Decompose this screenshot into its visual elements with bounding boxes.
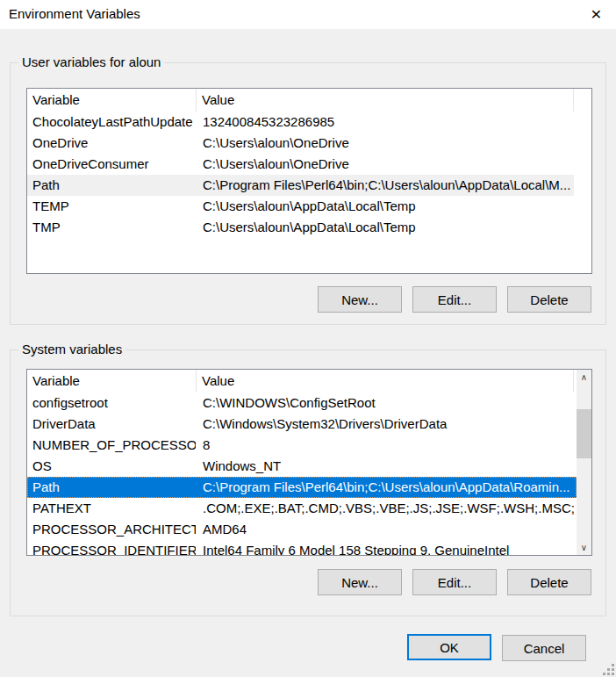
variable-cell: PROCESSOR_ARCHITECTU... [27, 519, 196, 540]
variable-cell: OneDriveConsumer [27, 154, 196, 175]
user-new-button[interactable]: New... [318, 286, 402, 313]
table-row[interactable]: PROCESSOR_IDENTIFIER Intel64 Family 6 Mo… [27, 540, 574, 555]
variable-cell: ChocolateyLastPathUpdate [27, 112, 196, 133]
resize-grip[interactable] [603, 664, 614, 675]
value-cell: C:\Users\aloun\AppData\Local\Temp [196, 196, 574, 217]
table-row[interactable]: NUMBER_OF_PROCESSORS 8 [27, 435, 574, 456]
column-header-variable: Variable [27, 370, 196, 393]
value-cell: 8 [196, 435, 574, 456]
title-bar: Environment Variables × [0, 0, 616, 29]
close-icon[interactable]: × [577, 0, 616, 28]
value-cell: C:\WINDOWS\ConfigSetRoot [196, 393, 574, 414]
value-cell: C:\Users\aloun\AppData\Local\Temp [196, 217, 574, 238]
column-header-variable: Variable [27, 89, 196, 112]
value-cell: 132400845323286985 [196, 112, 574, 133]
table-row[interactable]: ChocolateyLastPathUpdate 132400845323286… [27, 112, 574, 133]
system-variables-label: System variables [18, 342, 125, 357]
system-edit-button[interactable]: Edit... [412, 569, 497, 595]
system-delete-button[interactable]: Delete [507, 569, 591, 595]
variable-cell: DriverData [27, 414, 196, 435]
variable-cell: PATHEXT [27, 498, 196, 519]
scroll-up-icon[interactable]: ∧ [577, 370, 591, 385]
table-row[interactable]: configsetroot C:\WINDOWS\ConfigSetRoot [27, 393, 574, 414]
user-variables-label: User variables for aloun [18, 54, 164, 69]
table-row[interactable]: PROCESSOR_ARCHITECTU... AMD64 [27, 519, 574, 540]
value-cell: C:\Users\aloun\OneDrive [196, 133, 574, 154]
value-cell: C:\Program Files\Perl64\bin;C:\Users\alo… [196, 175, 574, 196]
variable-cell: TMP [27, 217, 196, 238]
variable-cell: Path [27, 477, 196, 498]
variable-cell: OS [27, 456, 196, 477]
variable-cell: Path [27, 175, 196, 196]
value-cell: AMD64 [196, 519, 574, 540]
table-header: Variable Value [27, 370, 591, 393]
table-body: configsetroot C:\WINDOWS\ConfigSetRoot D… [27, 393, 591, 555]
value-cell: C:\Program Files\Perl64\bin;C:\Users\alo… [196, 477, 574, 498]
table-row[interactable]: TEMP C:\Users\aloun\AppData\Local\Temp [27, 196, 574, 217]
table-row[interactable]: OneDriveConsumer C:\Users\aloun\OneDrive [27, 154, 574, 175]
system-new-button[interactable]: New... [318, 569, 402, 595]
environment-variables-dialog: Environment Variables × User variables f… [0, 0, 616, 677]
table-row-selected[interactable]: Path C:\Program Files\Perl64\bin;C:\User… [27, 477, 577, 498]
value-cell: .COM;.EXE;.BAT;.CMD;.VBS;.VBE;.JS;.JSE;.… [196, 498, 574, 519]
table-row[interactable]: PATHEXT .COM;.EXE;.BAT;.CMD;.VBS;.VBE;.J… [27, 498, 574, 519]
table-row[interactable]: Path C:\Program Files\Perl64\bin;C:\User… [27, 175, 574, 196]
value-cell: C:\Windows\System32\Drivers\DriverData [196, 414, 574, 435]
column-header-value: Value [196, 370, 574, 393]
table-row[interactable]: DriverData C:\Windows\System32\Drivers\D… [27, 414, 574, 435]
scrollbar-thumb[interactable] [577, 409, 591, 458]
user-variables-table: Variable Value ChocolateyLastPathUpdate … [26, 88, 592, 274]
vertical-scrollbar[interactable]: ∧ ∨ [577, 370, 591, 555]
scroll-down-icon[interactable]: ∨ [577, 540, 591, 555]
value-cell: Windows_NT [196, 456, 574, 477]
value-cell: Intel64 Family 6 Model 158 Stepping 9, G… [196, 540, 574, 555]
resize-grip-dots [603, 664, 605, 666]
variable-cell: TEMP [27, 196, 196, 217]
ok-button[interactable]: OK [407, 634, 491, 660]
table-row[interactable]: OS Windows_NT [27, 456, 574, 477]
variable-cell: NUMBER_OF_PROCESSORS [27, 435, 196, 456]
variable-cell: configsetroot [27, 393, 196, 414]
cancel-button[interactable]: Cancel [502, 635, 586, 661]
table-header: Variable Value [27, 89, 591, 112]
table-row[interactable]: TMP C:\Users\aloun\AppData\Local\Temp [27, 217, 574, 238]
value-cell: C:\Users\aloun\OneDrive [196, 154, 574, 175]
user-edit-button[interactable]: Edit... [412, 286, 497, 313]
user-delete-button[interactable]: Delete [507, 286, 591, 313]
table-body: ChocolateyLastPathUpdate 132400845323286… [27, 112, 591, 273]
column-header-value: Value [196, 89, 574, 112]
system-variables-table: Variable Value configsetroot C:\WINDOWS\… [26, 369, 592, 556]
variable-cell: OneDrive [27, 133, 196, 154]
table-row[interactable]: OneDrive C:\Users\aloun\OneDrive [27, 133, 574, 154]
variable-cell: PROCESSOR_IDENTIFIER [27, 540, 196, 555]
window-title: Environment Variables [9, 6, 140, 21]
